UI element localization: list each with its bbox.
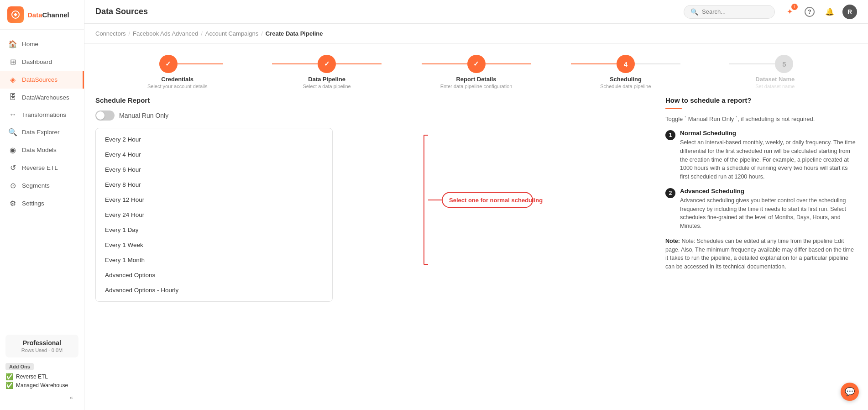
help-section-2-body: Advanced scheduling gives you better con…	[680, 196, 857, 231]
step5-circle: 5	[775, 55, 793, 73]
red-bracket	[424, 135, 428, 265]
addon-item-reverse-etl: ✅ Reverse ETL	[5, 373, 78, 380]
help-num-1: 1	[665, 130, 675, 140]
step-scheduling: 4 Scheduling Schedule data pipeline	[551, 55, 700, 89]
question-icon: ?	[805, 7, 815, 17]
search-input[interactable]	[702, 8, 768, 15]
step-dataset-name: 5 Dataset Name Set dataset name	[701, 55, 850, 89]
datawarehouses-icon: 🗄	[8, 93, 17, 101]
dropdown-item-every8h[interactable]: Every 8 Hour	[96, 177, 332, 192]
step2-sublabel: Select a data pipeline	[303, 84, 351, 89]
schedule-dropdown: Every 2 Hour Every 4 Hour Every 6 Hour E…	[95, 128, 333, 302]
dropdown-item-advanced-options-hourly[interactable]: Advanced Options - Hourly	[96, 283, 332, 298]
help-button[interactable]: ?	[802, 5, 817, 19]
sidebar-item-label: Segments	[22, 182, 50, 189]
step2-label: Data Pipeline	[303, 76, 351, 83]
sidebar-item-label: DataSources	[22, 76, 58, 83]
dropdown-item-every4h[interactable]: Every 4 Hour	[96, 147, 332, 162]
schedule-title: Schedule Report	[95, 96, 652, 104]
dropdown-item-every24h[interactable]: Every 24 Hour	[96, 207, 332, 222]
step-credentials: ✓ Credentials Select your account detail…	[103, 55, 252, 89]
left-panel: Schedule Report Manual Run Only Every 2 …	[95, 96, 652, 302]
addon-label: Reverse ETL	[16, 373, 48, 380]
step3-circle: ✓	[467, 55, 486, 73]
sidebar-item-dashboard[interactable]: ⊞ Dashboard	[0, 53, 84, 71]
sidebar-item-label: Dashboard	[22, 58, 52, 65]
step-report-details: ✓ Report Details Enter data pipeline con…	[402, 55, 551, 89]
plan-name: Professional	[11, 339, 73, 347]
sidebar-collapse-button[interactable]: «	[5, 390, 78, 405]
data-models-icon: ◉	[8, 146, 17, 154]
settings-icon: ⚙	[8, 199, 17, 208]
home-icon: 🏠	[8, 40, 17, 48]
right-panel: How to schedule a report? Toggle ` Manua…	[665, 96, 857, 302]
breadcrumb-facebook-ads[interactable]: Facebook Ads Advanced	[133, 30, 198, 37]
dropdown-item-every6h[interactable]: Every 6 Hour	[96, 162, 332, 177]
addon-label: Managed Warehouse	[16, 382, 68, 389]
sidebar-item-home[interactable]: 🏠 Home	[0, 35, 84, 53]
main-area: Data Sources 🔍 ✦ 1 ? 🔔 R	[84, 0, 868, 410]
dropdown-item-every1m[interactable]: Every 1 Month	[96, 252, 332, 268]
addon-check-icon: ✅	[5, 373, 13, 380]
stepper: ✓ Credentials Select your account detail…	[84, 44, 868, 96]
step1-sublabel: Select your account details	[147, 84, 207, 89]
sidebar-item-label: Settings	[22, 200, 44, 207]
help-num-2: 2	[665, 188, 675, 198]
dashboard-icon: ⊞	[8, 58, 17, 66]
sidebar-item-label: DataWarehouses	[22, 94, 69, 101]
step-data-pipeline: ✓ Data Pipeline Select a data pipeline	[252, 55, 401, 89]
help-section-1-title: Normal Scheduling	[680, 130, 857, 137]
avatar[interactable]: R	[842, 5, 857, 19]
sidebar-nav: 🏠 Home ⊞ Dashboard ◈ DataSources 🗄 DataW…	[0, 30, 84, 329]
header: Data Sources 🔍 ✦ 1 ? 🔔 R	[84, 0, 868, 24]
help-section-2-title: Advanced Scheduling	[680, 188, 857, 194]
content-area: Connectors / Facebook Ads Advanced / Acc…	[84, 24, 868, 410]
sidebar-item-data-models[interactable]: ◉ Data Models	[0, 141, 84, 159]
help-toggle-note: Toggle ` Manual Run Only `, if schedulin…	[665, 116, 857, 122]
sidebar-item-label: Data Models	[22, 147, 57, 153]
notifications-button[interactable]: 🔔	[822, 5, 837, 19]
sidebar-item-segments[interactable]: ⊙ Segments	[0, 177, 84, 194]
notification-badge: 1	[791, 4, 798, 10]
breadcrumb-account-campaigns[interactable]: Account Campaigns	[205, 30, 258, 37]
sidebar-item-transformations[interactable]: ↔ Transformations	[0, 106, 84, 123]
breadcrumb-current: Create Data Pipeline	[266, 30, 323, 37]
plan-rows: Rows Used - 0.0M	[11, 347, 73, 353]
step4-circle: 4	[617, 55, 635, 73]
help-title: How to schedule a report?	[665, 96, 857, 104]
dropdown-item-advanced-options[interactable]: Advanced Options	[96, 268, 332, 283]
dropdown-item-every1w[interactable]: Every 1 Week	[96, 237, 332, 252]
sidebar-item-settings[interactable]: ⚙ Settings	[0, 194, 84, 212]
manual-run-toggle[interactable]	[95, 110, 115, 121]
step3-label: Report Details	[440, 76, 512, 83]
sidebar-item-datawarehouses[interactable]: 🗄 DataWarehouses	[0, 89, 84, 106]
step1-label: Credentials	[147, 76, 207, 83]
header-right: 🔍 ✦ 1 ? 🔔 R	[684, 5, 857, 19]
step3-sublabel: Enter data pipeline configuration	[440, 84, 512, 89]
step2-circle: ✓	[318, 55, 336, 73]
dropdown-item-every2h[interactable]: Every 2 Hour	[96, 132, 332, 147]
logo-text: DataChannel	[27, 11, 69, 19]
sidebar-item-label: Home	[22, 41, 38, 47]
help-section-2: 2 Advanced Scheduling Advanced schedulin…	[665, 188, 857, 231]
breadcrumb-connectors[interactable]: Connectors	[95, 30, 125, 37]
data-explorer-icon: 🔍	[8, 128, 17, 137]
sparkle-button[interactable]: ✦ 1	[782, 5, 797, 19]
help-section-1-body: Select an interval-based monthly, weekly…	[680, 138, 857, 181]
sidebar-item-reverse-etl[interactable]: ↺ Reverse ETL	[0, 159, 84, 177]
dropdown-item-every1d[interactable]: Every 1 Day	[96, 222, 332, 237]
page-title: Data Sources	[95, 7, 148, 16]
transformations-icon: ↔	[8, 110, 17, 119]
logo-area: DataChannel	[0, 0, 84, 30]
sidebar-bottom: Professional Rows Used - 0.0M Add Ons ✅ …	[0, 329, 84, 410]
sidebar-item-datasources[interactable]: ◈ DataSources	[0, 71, 84, 89]
dropdown-item-every12h[interactable]: Every 12 Hour	[96, 192, 332, 207]
help-section-1: 1 Normal Scheduling Select an interval-b…	[665, 130, 857, 181]
chat-bubble-button[interactable]: 💬	[841, 383, 859, 401]
sidebar: DataChannel 🏠 Home ⊞ Dashboard ◈ DataSou…	[0, 0, 84, 410]
addon-check-icon: ✅	[5, 382, 13, 389]
search-box[interactable]: 🔍	[684, 5, 775, 19]
sidebar-item-data-explorer[interactable]: 🔍 Data Explorer	[0, 123, 84, 141]
plan-badge: Professional Rows Used - 0.0M	[5, 335, 78, 357]
logo-icon	[7, 6, 24, 23]
